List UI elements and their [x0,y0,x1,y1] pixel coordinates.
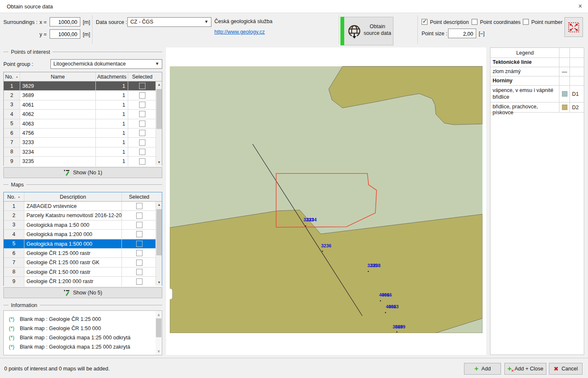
row-checkbox[interactable] [139,158,145,165]
table-row[interactable]: 8 3234 1 [4,147,162,157]
table-row[interactable]: 9 Geologie ČR 1:200 000 rastr [4,277,162,286]
scroll-down-icon[interactable]: ∨ [156,348,162,354]
legend-header-code-cell [570,48,583,58]
x-unit: [m] [83,19,90,25]
table-row[interactable]: 3 Geologická mapa 1:50 000 [4,220,162,230]
row-checkbox[interactable] [136,250,142,256]
row-checkbox[interactable] [139,121,145,127]
agency-link[interactable]: http://www.geology.cz [214,29,265,35]
table-row[interactable]: 4 4062 1 [4,110,162,119]
add-button-label: Add [481,366,490,372]
show-map-button[interactable]: Show (No 5) [3,287,162,298]
table-row[interactable]: 2 Parcely Katastru nemovitostí 2016-12-2… [4,211,162,220]
scroll-down-icon[interactable]: ▼ [156,159,162,165]
scrollbar-thumb[interactable] [156,89,162,129]
row-checkbox[interactable] [139,83,145,89]
row-checkbox[interactable] [139,92,145,99]
add-button[interactable]: + Add [464,363,501,375]
zoom-extents-button[interactable] [564,17,583,37]
scroll-up-icon[interactable]: ▲ [156,81,162,88]
points-table-scrollbar[interactable]: ▲ ▼ [156,81,162,165]
points-col-no[interactable]: No.▲ [4,72,20,81]
table-row[interactable]: 1 ZABAGED vrstevnice [4,202,162,211]
legend-label: vápence, v emsu i vápnité břidlice [490,86,559,102]
row-name: 4061 [20,100,96,109]
row-description: Geologie ČR 1:50 000 rastr [24,268,122,276]
maps-col-description[interactable]: Description [24,192,122,201]
point-number-checkbox[interactable] [523,19,529,25]
table-row[interactable]: 8 Geologie ČR 1:50 000 rastr [4,268,162,277]
maps-col-selected[interactable]: Selected [122,192,156,201]
cancel-button[interactable]: ✖ Cancel [549,363,583,375]
legend-row: břidlice, prachovce, pískovce D2 [490,102,584,113]
scroll-up-icon[interactable]: ▲ [156,202,162,208]
table-row[interactable]: 1 3629 1 [4,81,162,91]
table-row[interactable]: 7 3233 1 [4,138,162,147]
row-checkbox[interactable] [139,149,145,155]
data-source-select[interactable]: CZ - ČGS ▼ [127,17,211,27]
y-input[interactable] [50,29,80,39]
legend-header-row: Legend [490,48,584,58]
maps-table-scrollbar[interactable]: ▲ ▼ [156,202,162,286]
row-checkbox[interactable] [136,203,142,209]
point-coordinates-checkbox[interactable] [472,19,477,25]
row-name: 3234 [20,147,96,156]
list-item: (*) Blank map : Geologie ČR 1:25 000 [4,315,153,323]
status-message: 0 points of interest and 0 maps will be … [4,366,110,372]
row-checkbox[interactable] [139,102,145,108]
close-icon[interactable]: × [578,3,582,10]
fit-view-icon [567,21,580,33]
table-row[interactable]: 9 3235 1 [4,157,162,166]
table-row[interactable]: 5 4063 1 [4,119,162,129]
row-checkbox[interactable] [136,278,142,285]
table-row[interactable]: 6 Geologie ČR 1:25 000 rastr [4,249,162,258]
row-checkbox[interactable] [136,269,142,275]
obtain-button-label: Obtain source data [363,23,392,37]
points-col-selected[interactable]: Selected [128,72,156,81]
row-selected-cell [122,268,156,276]
row-checkbox[interactable] [136,260,142,266]
maps-col-no[interactable]: No.▲ [4,192,24,201]
map-drawing: 3233 3234 3236 3235 3238 4061 4066 4062 … [170,47,483,333]
d2-swatch [562,105,567,110]
table-row[interactable]: 7 Geologie ČR 1:25 000 rastr GK [4,258,162,267]
table-row[interactable]: 6 4756 1 [4,129,162,138]
scroll-up-icon[interactable]: ∧ [156,312,162,318]
table-row[interactable]: 5 Geologická mapa 1:500 000 [4,239,162,249]
x-label: x = [40,19,47,25]
row-checkbox[interactable] [139,130,145,136]
row-checkbox[interactable] [136,241,142,247]
x-input[interactable] [50,17,80,26]
agency-name: Česká geologická služba [214,18,272,24]
show-point-button[interactable]: Show (No 1) [3,167,162,178]
table-row[interactable]: 4 Geologická mapa 1:200 000 [4,230,162,239]
information-scrollbar[interactable]: ∧ ∨ [156,311,162,355]
row-checkbox[interactable] [136,231,142,237]
scroll-down-icon[interactable]: ▼ [156,279,162,286]
row-checkbox[interactable] [139,139,145,146]
row-checkbox[interactable] [139,111,145,117]
points-col-name[interactable]: Name [20,72,96,81]
points-col-attachments[interactable]: Attachments [96,72,128,81]
map-canvas[interactable]: 3233 3234 3236 3235 3238 4061 4066 4062 … [166,47,486,355]
point-group-select[interactable]: Litogeochemická dokumentace ▼ [50,59,162,69]
row-selected-cell [122,258,156,267]
table-row[interactable]: 3 4061 1 [4,100,162,110]
globe-download-icon [346,24,362,39]
legend-label: břidlice, prachovce, pískovce [490,102,559,112]
scrollbar-thumb[interactable] [156,209,162,255]
canvas-edge-handle[interactable] [170,289,172,299]
obtain-source-data-button[interactable]: Obtain source data [340,17,393,45]
info-text: Blank map : Geologie ČR 1:25 000 [20,316,101,322]
d1-swatch [562,91,567,97]
point-size-input[interactable] [448,29,476,38]
data-source-label: Data source : [96,19,127,25]
status-bar: 0 points of interest and 0 maps will be … [0,358,588,378]
scrollbar-thumb[interactable] [156,318,161,337]
point-description-checkbox[interactable] [422,19,427,25]
row-checkbox[interactable] [136,222,142,228]
add-close-button[interactable]: +✕ Add + Close [504,363,546,375]
table-row[interactable]: 2 3689 1 [4,91,162,100]
row-checkbox[interactable] [136,213,142,219]
point-size-unit: [–] [479,31,485,37]
